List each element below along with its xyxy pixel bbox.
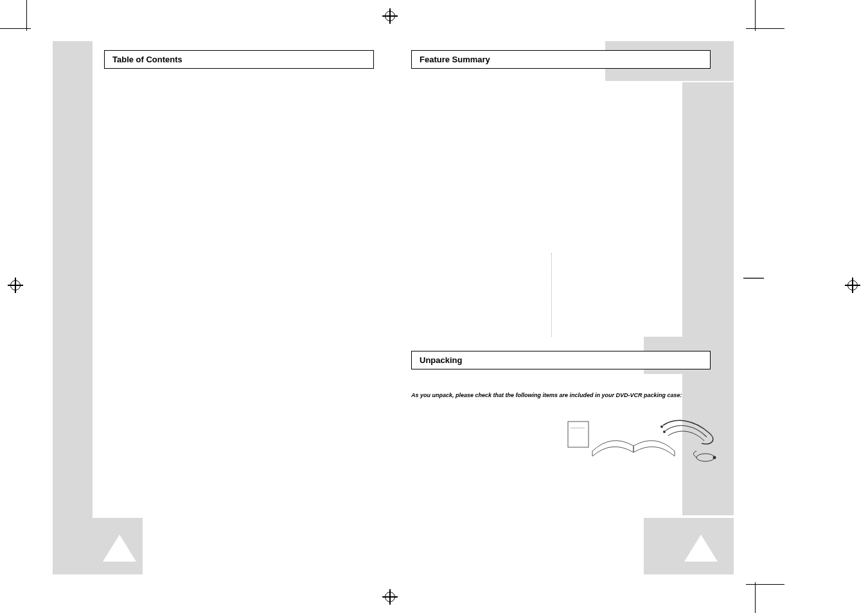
crop-mark (0, 28, 31, 29)
triangle-icon (103, 535, 136, 562)
page-left: Table of Contents (53, 41, 393, 574)
page-right: Feature Summary Unpacking As you unpack,… (393, 41, 734, 574)
triangle-icon (684, 535, 718, 562)
accessories-illustration (567, 414, 721, 472)
svg-point-5 (713, 456, 716, 459)
divider (743, 278, 764, 279)
crop-mark (746, 584, 784, 585)
divider-dotted (551, 253, 552, 337)
section-heading-toc: Table of Contents (104, 50, 374, 69)
crop-mark (755, 0, 756, 31)
crop-mark (746, 28, 784, 29)
page-spread: Table of Contents Feature Summary Unpack… (53, 41, 734, 574)
crop-mark (755, 582, 756, 613)
svg-point-2 (660, 425, 663, 428)
svg-rect-0 (568, 422, 589, 447)
crop-mark (26, 0, 27, 31)
registration-mark-icon (382, 8, 398, 24)
svg-point-3 (663, 431, 666, 433)
svg-point-4 (696, 454, 714, 461)
section-heading-unpacking: Unpacking (411, 351, 711, 369)
decorative-block (53, 41, 93, 574)
decorative-block (682, 82, 734, 337)
registration-mark-icon (382, 589, 398, 605)
unpacking-note: As you unpack, please check that the fol… (411, 392, 682, 398)
section-heading-feature-summary: Feature Summary (411, 50, 711, 69)
registration-mark-icon (8, 278, 23, 293)
registration-mark-icon (845, 278, 860, 293)
